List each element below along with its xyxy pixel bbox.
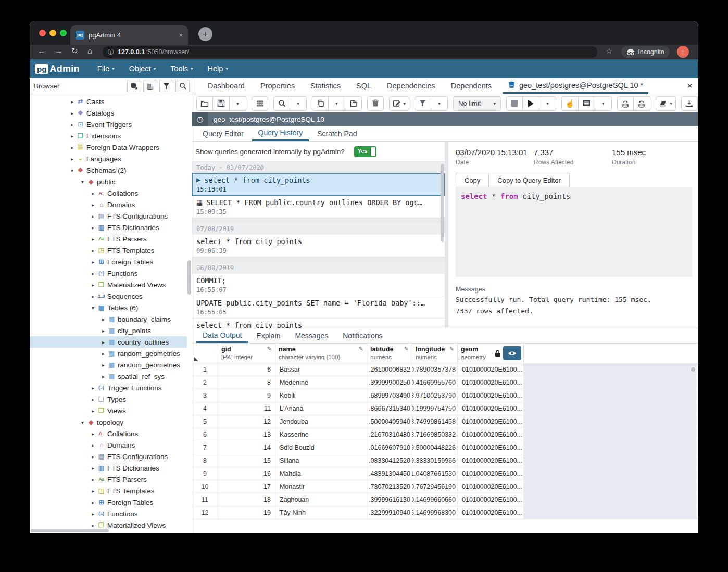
geom-cell[interactable]: 0101000020E6100... [458, 363, 524, 376]
download-csv-button[interactable] [681, 96, 698, 111]
name-cell[interactable]: Kebili [275, 389, 367, 402]
sidebar-item-boundary-claims[interactable]: ▸▦boundary_claims [30, 313, 187, 325]
expander-icon[interactable]: ▸ [90, 213, 96, 219]
paste-button[interactable] [345, 96, 362, 111]
tab-query-editor[interactable]: Query Editor [196, 126, 250, 141]
geom-cell[interactable]: 0101000020E6100... [458, 493, 524, 506]
latitude-cell[interactable]: .39999616130 [367, 493, 412, 506]
row-number-cell[interactable]: 11 [192, 493, 218, 506]
expander-icon[interactable]: ▸ [90, 248, 96, 253]
expander-icon[interactable]: ▸ [90, 190, 96, 196]
column-header-longitude[interactable]: longitude✎numeric [412, 344, 458, 363]
latitude-cell[interactable]: .01669607910 [367, 441, 412, 454]
history-scrollbar[interactable] [441, 164, 444, 242]
latitude-cell[interactable]: .86667315340 [367, 402, 412, 415]
gid-cell[interactable]: 14 [218, 441, 275, 454]
row-number-cell[interactable]: 2 [192, 376, 218, 389]
sidebar-item-materialized-views[interactable]: ▸❐Materialized Views [30, 279, 187, 290]
sidebar-item-functions[interactable]: ▸{≡}Functions [30, 508, 187, 519]
row-number-cell[interactable]: 12 [192, 506, 218, 519]
sidebar-item-sequences[interactable]: ▸1..3Sequences [30, 290, 187, 302]
name-cell[interactable]: L'Ariana [275, 402, 367, 415]
longitude-cell[interactable]: 9.38330159966 [412, 454, 458, 467]
edit-grid-button[interactable] [252, 96, 268, 111]
row-number-cell[interactable]: 3 [192, 389, 218, 402]
tab-close-icon[interactable]: × [179, 31, 183, 39]
expander-icon[interactable]: ▸ [90, 523, 96, 528]
sidebar-item-event-triggers[interactable]: ▸⊡Event Triggers [30, 119, 187, 130]
sidebar-item-fts-configurations[interactable]: ▸▤FTS Configurations [30, 210, 187, 222]
copy-dropdown-button[interactable]: ▾ [329, 96, 345, 111]
geom-cell[interactable]: 0101000020E6100... [458, 454, 524, 467]
tab-dependents[interactable]: Dependents [443, 78, 499, 94]
tab-sql[interactable]: SQL [348, 78, 379, 94]
rollback-button[interactable] [634, 96, 650, 111]
save-file-button[interactable] [213, 96, 230, 111]
expander-icon[interactable]: ▸ [100, 362, 107, 368]
expander-icon[interactable]: ▸ [100, 328, 107, 334]
expander-icon[interactable]: ▸ [90, 431, 96, 437]
tab-explain[interactable]: Explain [250, 328, 287, 343]
latitude-cell[interactable]: .73070213520 [367, 480, 412, 493]
delete-row-button[interactable] [367, 96, 384, 111]
gid-cell[interactable]: 9 [218, 389, 275, 402]
tab-scratch-pad[interactable]: Scratch Pad [311, 126, 363, 141]
find-button[interactable] [273, 96, 290, 111]
column-header-gid[interactable]: gid✎[PK] integer [218, 344, 275, 363]
expander-icon[interactable]: ▸ [69, 133, 76, 139]
longitude-cell[interactable]: 1.04087661530 [412, 467, 458, 480]
menu-help[interactable]: Help▾ [208, 65, 228, 73]
expander-icon[interactable]: ▾ [79, 179, 86, 185]
browser-update-button[interactable]: ↑ [677, 46, 689, 58]
copy-button-history[interactable]: Copy [456, 173, 489, 187]
name-cell[interactable]: Tây Ninh [275, 506, 367, 519]
sidebar-item-random-geometries[interactable]: ▸▦random_geometries [30, 359, 187, 371]
gid-cell[interactable]: 13 [218, 428, 275, 441]
expander-icon[interactable]: ▸ [100, 339, 107, 345]
edit-column-icon[interactable]: ✎ [359, 346, 363, 353]
sidebar-item-views[interactable]: ▸❐Views [30, 405, 187, 416]
latitude-cell[interactable]: .32299910940 [367, 506, 412, 519]
explain-options-button[interactable] [579, 96, 595, 111]
view-geometry-button[interactable] [503, 346, 521, 360]
history-entry[interactable]: ▦SELECT * FROM public.country_outlines O… [192, 196, 445, 218]
gid-cell[interactable]: 8 [218, 376, 275, 389]
history-entry[interactable]: COMMIT;16:55:07 [192, 274, 445, 296]
forward-icon[interactable]: → [55, 46, 62, 55]
menu-tools[interactable]: Tools▾ [170, 65, 193, 73]
save-dropdown-button[interactable]: ▾ [230, 96, 246, 111]
name-cell[interactable]: Monastir [275, 480, 367, 493]
row-number-cell[interactable]: 9 [192, 467, 218, 480]
sidebar-item-fts-parsers[interactable]: ▸AaFTS Parsers [30, 233, 187, 245]
name-cell[interactable]: Kasserine [275, 428, 367, 441]
longitude-cell[interactable]: 0.76729456190 [412, 480, 458, 493]
longitude-cell[interactable]: 0.41669955760 [412, 376, 458, 389]
explain-dropdown-button[interactable]: ▾ [595, 96, 612, 111]
name-cell[interactable]: Medenine [275, 376, 367, 389]
tab-query-history[interactable]: Query History [252, 126, 309, 141]
gid-cell[interactable]: 18 [218, 493, 275, 506]
gid-cell[interactable]: 19 [218, 506, 275, 519]
sidebar-item-domains[interactable]: ▸⌂Domains [30, 439, 187, 451]
sidebar-item-fts-parsers[interactable]: ▸AaFTS Parsers [30, 474, 187, 485]
expander-icon[interactable]: ▸ [90, 500, 96, 505]
gid-cell[interactable]: 17 [218, 480, 275, 493]
latitude-cell[interactable]: .50000405940 [367, 415, 412, 428]
expander-icon[interactable]: ▸ [69, 156, 76, 162]
open-file-button[interactable] [196, 96, 213, 111]
sidebar-vertical-scrollbar[interactable] [187, 260, 191, 295]
expander-icon[interactable]: ▸ [69, 99, 76, 105]
panel-splitter[interactable] [445, 142, 448, 328]
geom-cell[interactable]: 0101000020E6100... [458, 480, 524, 493]
expander-icon[interactable]: ▸ [90, 282, 96, 288]
expander-icon[interactable]: ▸ [69, 110, 76, 116]
commit-mode-button[interactable]: ☝ [561, 96, 579, 111]
geom-cell[interactable]: 0101000020E6100... [458, 402, 524, 415]
tab-notifications[interactable]: Notifications [336, 328, 388, 343]
copy-to-query-editor-button[interactable]: Copy to Query Editor [489, 173, 569, 187]
longitude-cell[interactable]: 0.14699660660 [412, 493, 458, 506]
name-cell[interactable]: Jendouba [275, 415, 367, 428]
filter-dropdown-button[interactable]: ▾ [431, 96, 448, 111]
longitude-cell[interactable]: 06.14699968300 [412, 506, 458, 519]
row-number-cell[interactable]: 6 [192, 428, 218, 441]
